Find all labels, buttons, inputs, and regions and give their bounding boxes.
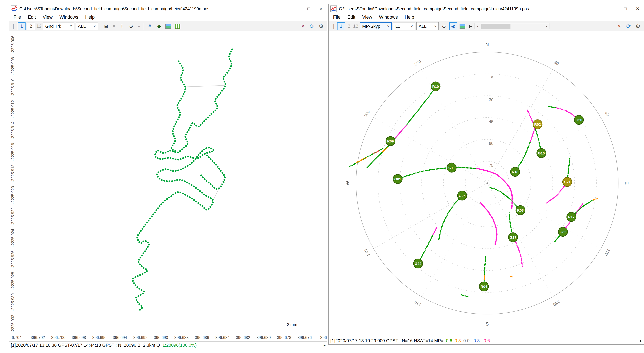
time-scrollbar[interactable]: ‹ › (474, 23, 550, 29)
close-button[interactable]: ✕ (315, 4, 327, 13)
ground-track-path (200, 154, 225, 189)
toolbar-grip-icon[interactable]: ∥ (331, 22, 336, 30)
menu-windows[interactable]: Windows (376, 14, 401, 20)
x-axis-label: -396.6 (319, 335, 327, 340)
view-12-button[interactable]: 12 (36, 22, 42, 30)
map-view-button[interactable] (174, 22, 182, 30)
menu-windows[interactable]: Windows (56, 14, 82, 20)
view-1-button[interactable]: 1 (18, 22, 26, 30)
plot-type-select[interactable]: MP-Skyp ˅ (360, 22, 392, 30)
view-1-button[interactable]: 1 (337, 22, 345, 30)
sky-view-icon[interactable]: ◉ (449, 22, 457, 30)
snapshot-button[interactable] (458, 22, 466, 30)
rtkplot-window-skyplot: C:\Users\STondini\Downloads\Second_field… (328, 4, 644, 344)
satellite-label: R17 (568, 215, 575, 219)
menu-view[interactable]: View (359, 14, 376, 20)
status-marker-icon[interactable]: ▸ (640, 338, 642, 343)
solution-select[interactable]: ALL ˅ (416, 22, 439, 30)
frequency-value: L1 (395, 24, 400, 29)
satellite-label: G01 (394, 177, 401, 181)
sat-track (480, 202, 497, 245)
rtkplot-window-ground-track: C:\Users\STondini\Downloads\Second_field… (9, 4, 328, 349)
toolbar-grip-icon[interactable]: ∥ (11, 22, 16, 30)
sat-track (433, 227, 437, 235)
satellite-G20: G20 (574, 115, 584, 124)
satellite-label: R18 (512, 170, 518, 174)
elevation-label: 15 (489, 76, 494, 80)
x-axis-label: -396.700 (50, 335, 66, 340)
satellite-label: R03 (517, 208, 524, 212)
x-axis: 6.704-396.702-396.700-396.698-396.696-39… (9, 334, 327, 341)
mp-legend-value: ..0.0 (461, 338, 470, 343)
fit-horizontal-icon[interactable]: ⊞ (102, 22, 110, 30)
scroll-left-icon[interactable]: ‹ (474, 23, 481, 29)
mp-legend-value: ..-0.3 (470, 338, 480, 343)
azimuth-label: 60 (604, 110, 610, 117)
frequency-select[interactable]: L1 ˅ (393, 22, 415, 30)
menu-help[interactable]: Help (401, 14, 418, 20)
close-button[interactable]: ✕ (632, 4, 644, 13)
azimuth-line (374, 118, 487, 183)
center-origin-icon[interactable]: ⊙ (127, 22, 135, 30)
scroll-right-icon[interactable]: › (543, 23, 550, 29)
satellite-G32: G32 (558, 227, 568, 236)
menu-view[interactable]: View (39, 14, 56, 20)
titlebar[interactable]: C:\Users\STondini\Downloads\Second_field… (9, 4, 327, 13)
x-axis-label: -396.688 (173, 335, 188, 340)
minimize-button[interactable]: — (290, 4, 302, 13)
sat-track (461, 295, 469, 297)
reload-icon[interactable]: ⟳ (625, 22, 632, 30)
titlebar[interactable]: C:\Users\STondini\Downloads\Second_field… (328, 4, 644, 13)
x-axis-label: -396.696 (91, 335, 106, 340)
snapshot-icon (460, 24, 466, 29)
menu-edit[interactable]: Edit (24, 14, 40, 20)
mp-legend-value: ..0.6 (444, 338, 452, 343)
azimuth-label: 240 (363, 248, 370, 257)
status-marker-icon[interactable]: ▸ (324, 343, 326, 348)
menu-file[interactable]: File (330, 14, 344, 20)
minimize-button[interactable]: — (607, 4, 619, 13)
menu-edit[interactable]: Edit (344, 14, 359, 20)
track-point-icon[interactable]: ∘ (136, 22, 142, 30)
maximize-button[interactable]: □ (302, 4, 315, 13)
ground-track-plot[interactable]: -2225.906-2225.908-2225.910-2225.912-222… (9, 31, 327, 341)
x-axis-label: -396.682 (235, 335, 250, 340)
clear-plot-icon[interactable]: ✕ (615, 22, 623, 30)
chevron-down-icon: ˅ (385, 24, 391, 28)
satellite-label: G21 (564, 180, 571, 184)
menu-file[interactable]: File (10, 14, 24, 20)
options-gear-icon[interactable]: ⚙ (317, 22, 325, 30)
fit-vertical-icon[interactable]: I (118, 22, 126, 30)
clear-plot-icon[interactable]: ✕ (299, 22, 307, 30)
grid-toggle-icon[interactable]: # (146, 22, 154, 30)
snapshot-button[interactable] (164, 22, 172, 30)
satellite-label: G08 (459, 194, 466, 198)
scroll-track[interactable] (481, 23, 543, 29)
marker-toggle-icon[interactable]: ◆ (155, 22, 163, 30)
y-axis-label: -2225.926 (11, 250, 15, 268)
menu-help[interactable]: Help (82, 14, 98, 20)
center-origin-icon[interactable]: ⊙ (440, 22, 448, 30)
plot-type-select[interactable]: Gnd Trk ˅ (43, 22, 74, 30)
view-12-button[interactable]: 12 (353, 22, 358, 30)
fit-dropdown-icon[interactable]: ▾ (112, 22, 116, 30)
mp-legend: ..0.6..0.3..0.0..-0.3..-0.6.. (444, 338, 492, 344)
solution-select[interactable]: ALL ˅ (76, 22, 98, 30)
window-title: C:\Users\STondini\Downloads\Second_field… (339, 6, 607, 11)
view-2-button[interactable]: 2 (346, 22, 352, 30)
satellite-label: R09 (387, 139, 394, 143)
y-axis-label: -2225.908 (11, 57, 15, 75)
view-2-button[interactable]: 2 (27, 22, 35, 30)
skyplot[interactable]: 1530456075NESW3060120150210240300330R10G… (328, 31, 644, 337)
ground-track-path (133, 49, 232, 310)
app-icon (11, 6, 17, 12)
azimuth-label: 330 (414, 59, 422, 66)
elevation-label: 45 (489, 119, 494, 124)
mp-legend-value: ..-0.6.. (480, 338, 492, 343)
reload-icon[interactable]: ⟳ (308, 22, 316, 30)
animate-play-icon[interactable]: ▶ (468, 22, 473, 30)
scroll-thumb[interactable] (481, 24, 510, 29)
options-gear-icon[interactable]: ⚙ (634, 22, 642, 30)
compass-label: N (486, 42, 489, 47)
maximize-button[interactable]: □ (619, 4, 632, 13)
